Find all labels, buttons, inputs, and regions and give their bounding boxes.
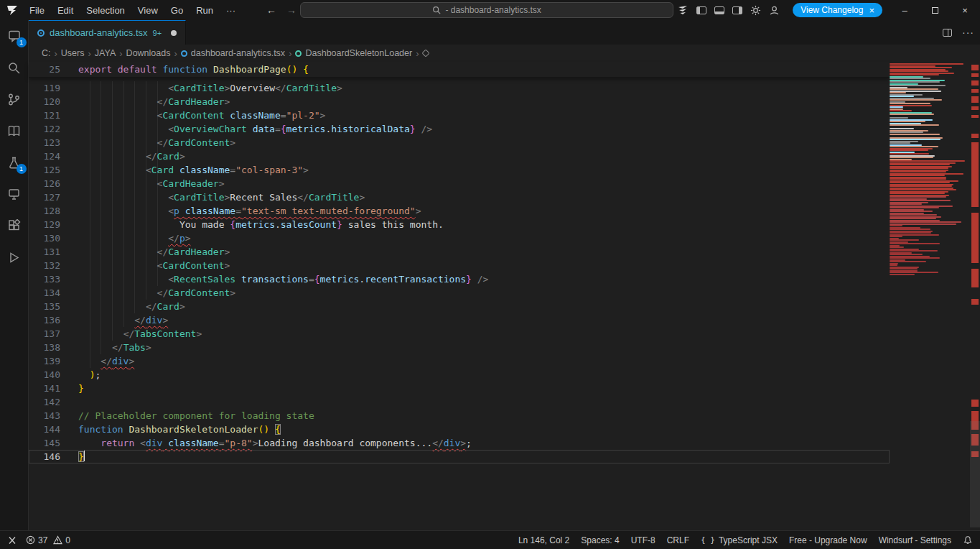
command-center-search[interactable]: - dashboard-analytics.tsx: [300, 2, 673, 18]
line-number: 128: [29, 204, 78, 218]
menu-file[interactable]: File: [23, 4, 51, 17]
code-line[interactable]: 146}: [29, 450, 890, 463]
cascade-chat-icon[interactable]: 1: [6, 27, 23, 45]
menu-go[interactable]: Go: [164, 4, 190, 17]
minimap-line: [890, 85, 946, 86]
code-line[interactable]: 145 return <div className="p-8">Loading …: [29, 436, 890, 450]
code-line[interactable]: 143// Placeholder component for loading …: [29, 409, 890, 423]
modified-dot-icon[interactable]: [171, 30, 177, 36]
toggle-panel-icon[interactable]: [714, 6, 724, 14]
problems-indicator[interactable]: 37 0: [26, 535, 70, 545]
breadcrumb-item[interactable]: C:: [42, 48, 51, 58]
status-windsurf-settings[interactable]: Windsurf - Settings: [873, 535, 957, 545]
view-changelog-button[interactable]: View Changelog ×: [793, 3, 882, 17]
minimize-icon[interactable]: –: [890, 0, 920, 20]
remote-explorer-icon[interactable]: [6, 185, 23, 203]
indent-guide: [90, 81, 90, 368]
status-eol[interactable]: CRLF: [661, 535, 695, 545]
back-icon[interactable]: ←: [266, 4, 276, 16]
search-sidebar-icon[interactable]: [6, 59, 23, 76]
code-line[interactable]: 129 You made {metrics.salesCount} sales …: [29, 218, 890, 231]
code-token: >: [320, 110, 326, 121]
code-line[interactable]: 121 <CardContent className="pl-2">: [29, 109, 890, 122]
code-token: recentTransactions: [365, 274, 466, 285]
title-bar: FileEditSelectionViewGoRun··· ← → - dash…: [0, 0, 980, 20]
code-line[interactable]: 144function DashboardSkeletonLoader() {: [29, 423, 890, 436]
code-line[interactable]: 139 </div>: [29, 354, 890, 368]
status-language-mode[interactable]: { }TypeScript JSX: [695, 535, 783, 545]
code-line[interactable]: 124 </Card>: [29, 149, 890, 163]
braces-icon: { }: [701, 535, 715, 545]
error-count: 37: [38, 535, 47, 545]
scrollbar[interactable]: [970, 62, 980, 530]
code-line[interactable]: 142: [29, 395, 890, 409]
code-line[interactable]: 128 <p className="text-sm text-muted-for…: [29, 204, 890, 218]
minimap-line: [890, 117, 908, 119]
run-debug-icon[interactable]: [6, 249, 23, 266]
code-line[interactable]: 131 </CardHeader>: [29, 245, 890, 259]
breadcrumb-separator-icon: ›: [416, 48, 419, 59]
toggle-secondary-sidebar-icon[interactable]: [732, 6, 742, 14]
status-cursor-position[interactable]: Ln 146, Col 2: [513, 535, 575, 545]
notifications-bell-icon[interactable]: [963, 535, 973, 545]
code-line[interactable]: 136 </div>: [29, 313, 890, 327]
code-line[interactable]: 135 </Card>: [29, 300, 890, 313]
extensions-icon[interactable]: [6, 217, 23, 234]
code-line[interactable]: 137 </TabsContent>: [29, 327, 890, 341]
code-line[interactable]: 122 <OverviewChart data={metrics.histori…: [29, 122, 890, 136]
docs-book-icon[interactable]: [6, 122, 23, 139]
tab-dashboard-analytics[interactable]: dashboard-analytics.tsx 9+: [29, 20, 186, 45]
close-icon[interactable]: ×: [950, 0, 980, 20]
settings-gear-icon[interactable]: [750, 5, 761, 16]
code-line[interactable]: 126 <CardHeader>: [29, 177, 890, 190]
source-control-icon[interactable]: [6, 91, 23, 108]
plugin-flask-icon[interactable]: 1: [6, 154, 23, 171]
breadcrumb-item[interactable]: DashboardSkeletonLoader: [305, 48, 412, 58]
more-actions-icon[interactable]: ···: [962, 27, 974, 38]
code-line[interactable]: 123 </CardContent>: [29, 136, 890, 149]
split-editor-icon[interactable]: [943, 29, 952, 37]
status-upgrade[interactable]: Free - Upgrade Now: [783, 535, 873, 545]
code-line[interactable]: 132 <CardContent>: [29, 259, 890, 272]
account-icon[interactable]: [769, 5, 780, 16]
code-line[interactable]: 133 <RecentSales transactions={metrics.r…: [29, 272, 890, 286]
menu-edit[interactable]: Edit: [51, 4, 80, 17]
code-line[interactable]: 141}: [29, 382, 890, 395]
menu-selection[interactable]: Selection: [80, 4, 131, 17]
line-number: 135: [29, 300, 78, 313]
toggle-sidebar-icon[interactable]: [696, 6, 706, 14]
breadcrumb-item[interactable]: Downloads: [126, 48, 171, 58]
sticky-scroll-line[interactable]: 25 export default function DashboardPage…: [29, 62, 890, 78]
code-token: <: [168, 192, 174, 203]
minimap[interactable]: [890, 63, 970, 286]
code-token: >: [225, 260, 230, 271]
menu-view[interactable]: View: [131, 4, 164, 17]
code-editor[interactable]: 25 export default function DashboardPage…: [29, 62, 980, 530]
breadcrumb-item[interactable]: Users: [61, 48, 85, 58]
indent-guide: [134, 81, 135, 313]
error-mark: [971, 115, 979, 118]
windsurf-mark-icon[interactable]: [677, 5, 689, 15]
code-line[interactable]: 119 <CardTitle>Overview</CardTitle>: [29, 81, 890, 95]
status-encoding[interactable]: UTF-8: [625, 535, 661, 545]
minimap-line: [890, 134, 940, 135]
remote-window-icon[interactable]: [7, 536, 17, 545]
code-line[interactable]: 140 );: [29, 368, 890, 382]
maximize-icon[interactable]: [920, 0, 950, 20]
breadcrumb-item[interactable]: JAYA: [95, 48, 116, 58]
code-line[interactable]: 138 </Tabs>: [29, 341, 890, 354]
code-token: >: [179, 151, 185, 162]
code-line[interactable]: 125 <Card className="col-span-3">: [29, 163, 890, 177]
code-line[interactable]: 130 </p>: [29, 231, 890, 245]
menu-more[interactable]: ···: [220, 4, 242, 17]
code-line[interactable]: 120 </CardHeader>: [29, 95, 890, 109]
code-token: {: [230, 219, 235, 230]
forward-icon[interactable]: →: [286, 4, 297, 16]
scrollbar-slider[interactable]: [970, 421, 980, 527]
menu-run[interactable]: Run: [190, 4, 220, 17]
breadcrumb-item[interactable]: dashboard-analytics.tsx: [191, 48, 285, 58]
code-line[interactable]: 127 <CardTitle>Recent Sales</CardTitle>: [29, 190, 890, 204]
status-indentation[interactable]: Spaces: 4: [575, 535, 625, 545]
changelog-close-icon[interactable]: ×: [869, 5, 874, 16]
code-line[interactable]: 134 </CardContent>: [29, 286, 890, 300]
